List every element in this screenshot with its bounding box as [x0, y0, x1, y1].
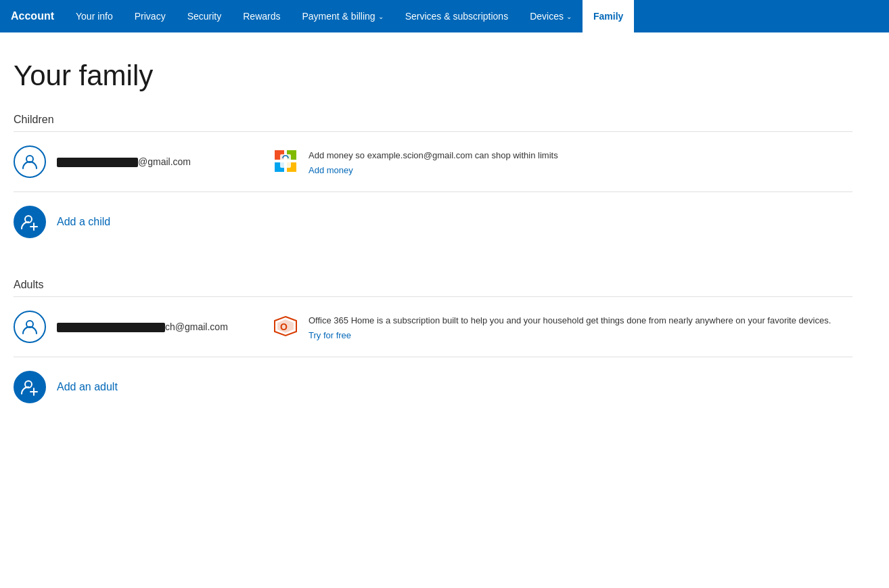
svg-text:O: O [280, 321, 288, 332]
adult-email: ch@gmail.com [57, 321, 246, 332]
children-section-label: Children [14, 114, 852, 126]
adults-section: Adults ch@gmail.com O [14, 279, 852, 417]
child-email-suffix: @gmail.com [138, 156, 191, 167]
nav-payment-billing[interactable]: Payment & billing ⌄ [291, 0, 394, 32]
nav-devices[interactable]: Devices ⌄ [519, 0, 583, 32]
adult-member-row: ch@gmail.com O Office 365 Home is a subs… [14, 297, 852, 357]
nav-family[interactable]: Family [583, 0, 634, 32]
adult-email-suffix: ch@gmail.com [165, 321, 228, 332]
add-money-link[interactable]: Add money [309, 165, 558, 175]
child-info-text: Add money so example.scion@gmail.com can… [309, 150, 558, 160]
nav-services-subscriptions[interactable]: Services & subscriptions [394, 0, 520, 32]
person-icon [20, 317, 39, 336]
adult-info-panel: O Office 365 Home is a subscription buil… [273, 314, 852, 340]
child-info-panel: Add money so example.scion@gmail.com can… [273, 149, 852, 175]
adult-info-text: Office 365 Home is a subscription built … [309, 315, 831, 325]
page-title: Your family [14, 60, 852, 92]
adults-section-label: Adults [14, 279, 852, 291]
child-email: @gmail.com [57, 156, 246, 167]
office-365-icon: O [273, 314, 298, 338]
nav-brand[interactable]: Account [11, 0, 65, 32]
child-info-text-block: Add money so example.scion@gmail.com can… [309, 149, 558, 175]
adult-avatar [14, 311, 46, 343]
chevron-down-icon: ⌄ [378, 13, 384, 20]
add-person-icon [20, 378, 39, 397]
nav-security[interactable]: Security [177, 0, 233, 32]
add-child-avatar[interactable] [14, 206, 46, 238]
nav-rewards[interactable]: Rewards [232, 0, 291, 32]
main-content: Your family Children @gmail.com [0, 32, 866, 444]
ms-store-icon [273, 149, 298, 173]
add-adult-label[interactable]: Add an adult [57, 381, 118, 393]
child-email-redacted [57, 158, 138, 167]
chevron-down-icon: ⌄ [566, 13, 572, 20]
child-member-row: @gmail.com Add money so exa [14, 132, 852, 192]
children-section: Children @gmail.com [14, 114, 852, 252]
main-nav: Account Your info Privacy Security Rewar… [0, 0, 889, 32]
child-avatar [14, 145, 46, 178]
adult-email-redacted [57, 323, 165, 332]
nav-privacy[interactable]: Privacy [124, 0, 177, 32]
adult-info-text-block: Office 365 Home is a subscription built … [309, 314, 831, 340]
nav-your-info[interactable]: Your info [65, 0, 124, 32]
add-adult-row[interactable]: Add an adult [14, 357, 852, 417]
add-child-label[interactable]: Add a child [57, 216, 110, 228]
try-for-free-link[interactable]: Try for free [309, 330, 831, 340]
person-icon [20, 152, 39, 171]
add-adult-avatar[interactable] [14, 371, 46, 403]
add-person-icon [20, 212, 39, 231]
svg-rect-5 [280, 154, 291, 168]
add-child-row[interactable]: Add a child [14, 192, 852, 252]
